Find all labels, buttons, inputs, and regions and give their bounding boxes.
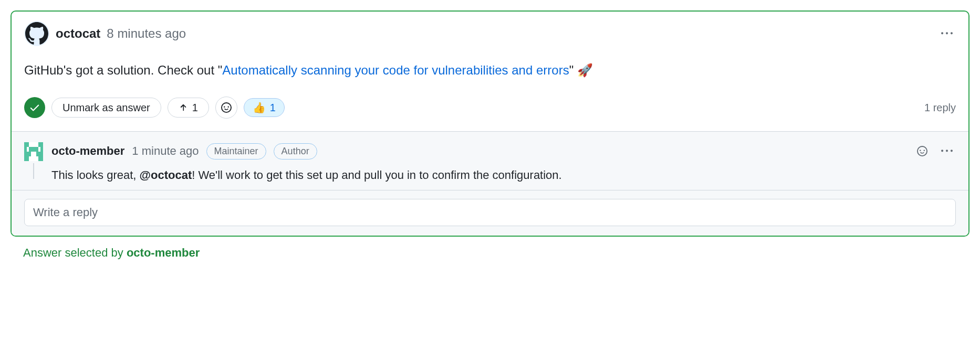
check-icon bbox=[29, 102, 40, 113]
arrow-up-icon bbox=[179, 103, 188, 112]
reply-body: This looks great, @octocat! We'll work t… bbox=[51, 166, 956, 184]
add-reaction-button[interactable] bbox=[215, 97, 237, 119]
unmark-answer-button[interactable]: Unmark as answer bbox=[51, 98, 161, 118]
author-badge: Author bbox=[274, 143, 317, 160]
comment-body: GitHub's got a solution. Check out "Auto… bbox=[24, 61, 956, 80]
reaction-count: 1 bbox=[270, 102, 276, 113]
reply-menu-button[interactable] bbox=[938, 142, 956, 160]
reply-text-prefix: This looks great, bbox=[51, 168, 140, 182]
answer-selected-footer: Answer selected by octo-member bbox=[11, 246, 969, 260]
answer-card: octocat 8 minutes ago GitHub's got a sol… bbox=[11, 10, 969, 237]
footer-selector[interactable]: octo-member bbox=[127, 246, 200, 259]
thread-line bbox=[33, 163, 34, 179]
svg-rect-2 bbox=[38, 142, 43, 147]
kebab-icon bbox=[941, 28, 953, 39]
svg-rect-4 bbox=[24, 147, 27, 152]
upvote-count: 1 bbox=[192, 102, 198, 113]
reply-count: 1 reply bbox=[924, 102, 956, 114]
reply-author-avatar[interactable] bbox=[24, 142, 43, 161]
octocat-icon bbox=[25, 22, 48, 45]
comment-timestamp[interactable]: 8 minutes ago bbox=[107, 26, 186, 41]
answer-comment: octocat 8 minutes ago GitHub's got a sol… bbox=[12, 12, 968, 131]
maintainer-badge: Maintainer bbox=[206, 143, 266, 160]
smiley-icon bbox=[221, 102, 232, 113]
mention[interactable]: @octocat bbox=[140, 168, 192, 182]
reply-timestamp[interactable]: 1 minute ago bbox=[132, 144, 199, 158]
reply-input-section bbox=[12, 190, 968, 236]
comment-actions: Unmark as answer 1 👍 1 1 reply bbox=[24, 97, 956, 119]
doc-link[interactable]: Automatically scanning your code for vul… bbox=[222, 63, 569, 77]
smiley-icon bbox=[917, 146, 927, 156]
comment-menu-button[interactable] bbox=[938, 25, 956, 43]
thumbs-up-reaction[interactable]: 👍 1 bbox=[244, 98, 285, 117]
svg-rect-3 bbox=[29, 147, 38, 152]
reply-author-name[interactable]: octo-member bbox=[51, 144, 124, 158]
reply-comment: octo-member 1 minute ago Maintainer Auth… bbox=[24, 142, 956, 184]
footer-prefix: Answer selected by bbox=[23, 246, 127, 259]
answer-check-badge bbox=[24, 97, 45, 118]
comment-header: octocat 8 minutes ago bbox=[24, 21, 956, 46]
svg-rect-8 bbox=[24, 156, 29, 161]
author-name[interactable]: octocat bbox=[56, 26, 100, 41]
author-avatar[interactable] bbox=[24, 21, 49, 46]
identicon-icon bbox=[24, 142, 43, 161]
reaction-emoji: 👍 bbox=[253, 102, 266, 113]
reply-text-suffix: ! We'll work to get this set up and pull… bbox=[192, 168, 562, 182]
body-text-prefix: GitHub's got a solution. Check out " bbox=[24, 63, 222, 77]
svg-rect-9 bbox=[38, 156, 43, 161]
reply-header: octo-member 1 minute ago Maintainer Auth… bbox=[51, 142, 956, 160]
svg-rect-5 bbox=[40, 147, 43, 152]
reply-thread: octo-member 1 minute ago Maintainer Auth… bbox=[12, 131, 968, 190]
svg-rect-1 bbox=[24, 142, 29, 147]
reply-input[interactable] bbox=[24, 199, 956, 226]
reply-add-reaction-button[interactable] bbox=[914, 143, 931, 160]
body-text-suffix: " 🚀 bbox=[569, 63, 593, 77]
svg-rect-7 bbox=[31, 152, 36, 156]
kebab-icon bbox=[941, 145, 953, 157]
upvote-button[interactable]: 1 bbox=[168, 98, 209, 118]
